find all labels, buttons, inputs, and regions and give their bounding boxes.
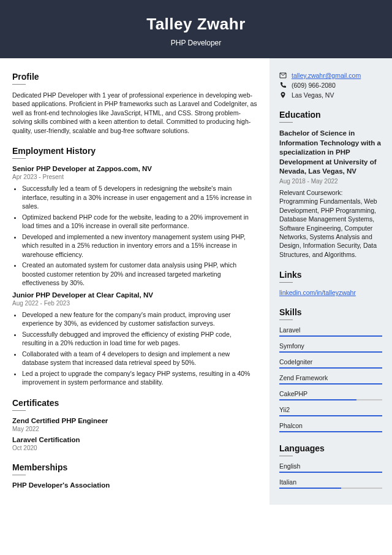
job-title: Junior PHP Developer at Clear Capital, N… xyxy=(12,291,257,299)
job-dates: Apr 2023 - Present xyxy=(12,174,257,180)
divider xyxy=(12,410,26,411)
profile-text: Dedicated PHP Developer with 1 year of p… xyxy=(12,91,257,135)
cert-date: May 2022 xyxy=(12,426,257,432)
skill-item: Phalcon xyxy=(279,422,382,432)
job-entry: Senior PHP Developer at Zappos.com, NVAp… xyxy=(12,165,257,287)
contact-phone-row: (609) 966-2080 xyxy=(279,82,382,89)
cert-entry: Laravel CertificationOct 2020 xyxy=(12,436,257,451)
phone-icon xyxy=(279,82,287,89)
skill-bar xyxy=(279,351,382,353)
skill-bar xyxy=(279,472,382,473)
skill-item: CakePHP xyxy=(279,390,382,400)
location-icon xyxy=(279,91,287,99)
skill-item: Symfony xyxy=(279,342,382,353)
job-bullet: Optimized backend PHP code for the websi… xyxy=(22,213,257,231)
skill-label: Yii2 xyxy=(279,406,382,413)
degree-title: Bachelor of Science in Information Techn… xyxy=(279,129,382,177)
job-bullet: Collaborated with a team of 4 developers… xyxy=(22,350,257,367)
skill-item: CodeIgniter xyxy=(279,358,382,369)
profile-section: Profile Dedicated PHP Developer with 1 y… xyxy=(12,72,257,135)
job-dates: Aug 2022 - Feb 2023 xyxy=(12,300,257,307)
memberships-heading: Memberships xyxy=(12,462,257,472)
job-entry: Junior PHP Developer at Clear Capital, N… xyxy=(12,291,257,387)
job-bullets: Developed a new feature for the company'… xyxy=(12,310,257,387)
envelope-icon xyxy=(279,72,287,79)
person-name: Talley Zwahr xyxy=(0,15,392,34)
membership-title: PHP Developer's Association xyxy=(12,481,257,489)
divider xyxy=(12,475,26,475)
education-text: Relevant Coursework: Programming Fundame… xyxy=(279,188,382,259)
education-dates: Aug 2018 - May 2022 xyxy=(279,178,382,185)
skill-item: Italian xyxy=(279,478,382,489)
skill-label: Laravel xyxy=(279,326,382,334)
contact-email-row: talley.zwahr@gmail.com xyxy=(279,72,382,79)
profile-link[interactable]: linkedin.com/in/talleyzwahr xyxy=(279,289,356,296)
skill-bar xyxy=(279,335,382,337)
email-link[interactable]: talley.zwahr@gmail.com xyxy=(292,72,361,79)
skill-bar xyxy=(279,399,382,400)
job-bullet: Created an automated system for customer… xyxy=(22,261,257,287)
job-bullet: Successfully led a team of 5 developers … xyxy=(22,184,257,210)
education-section: Education Bachelor of Science in Informa… xyxy=(279,110,382,259)
memberships-section: Memberships PHP Developer's Association xyxy=(12,462,257,489)
links-section: Links linkedin.com/in/talleyzwahr xyxy=(279,270,382,296)
divider xyxy=(279,320,293,320)
skill-bar xyxy=(279,431,382,432)
skills-heading: Skills xyxy=(279,307,382,317)
job-bullet: Developed and implemented a new inventor… xyxy=(22,232,257,259)
skill-item: English xyxy=(279,462,382,473)
divider xyxy=(12,84,26,85)
job-title: Senior PHP Developer at Zappos.com, NV xyxy=(12,165,257,172)
skill-label: Zend Framework xyxy=(279,374,382,381)
contact-location-row: Las Vegas, NV xyxy=(279,91,382,99)
languages-section: Languages EnglishItalian xyxy=(279,443,382,489)
skill-label: English xyxy=(279,462,382,470)
skill-label: Phalcon xyxy=(279,422,382,429)
skill-label: CakePHP xyxy=(279,390,382,397)
education-heading: Education xyxy=(279,110,382,120)
skill-bar xyxy=(279,383,382,385)
phone-text: (609) 966-2080 xyxy=(292,82,336,89)
person-title: PHP Developer xyxy=(0,39,392,47)
cert-entry: Zend Certified PHP EngineerMay 2022 xyxy=(12,417,257,432)
divider xyxy=(12,158,26,159)
skills-section: Skills LaravelSymfonyCodeIgniterZend Fra… xyxy=(279,307,382,432)
skill-item: Laravel xyxy=(279,326,382,337)
cert-title: Laravel Certification xyxy=(12,436,257,443)
divider xyxy=(279,122,293,123)
skill-bar xyxy=(279,415,382,416)
profile-heading: Profile xyxy=(12,72,257,82)
location-text: Las Vegas, NV xyxy=(292,91,334,99)
certificates-heading: Certificates xyxy=(12,398,257,408)
employment-section: Employment History Senior PHP Developer … xyxy=(12,146,257,386)
skill-label: Symfony xyxy=(279,342,382,350)
skill-bar xyxy=(279,488,382,489)
skill-item: Yii2 xyxy=(279,406,382,416)
cert-date: Oct 2020 xyxy=(12,445,257,451)
job-bullet: Led a project to upgrade the company's l… xyxy=(22,369,257,387)
membership-entry: PHP Developer's Association xyxy=(12,481,257,489)
languages-heading: Languages xyxy=(279,443,382,453)
skill-bar xyxy=(279,367,382,369)
employment-heading: Employment History xyxy=(12,146,257,156)
skill-label: Italian xyxy=(279,478,382,486)
skill-item: Zend Framework xyxy=(279,374,382,385)
resume-header: Talley Zwahr PHP Developer xyxy=(0,0,392,58)
job-bullet: Developed a new feature for the company'… xyxy=(22,310,257,328)
job-bullets: Successfully led a team of 5 developers … xyxy=(12,184,257,287)
contact-section: talley.zwahr@gmail.com (609) 966-2080 La… xyxy=(279,72,382,99)
divider xyxy=(279,456,293,456)
divider xyxy=(279,282,293,283)
links-heading: Links xyxy=(279,270,382,280)
job-bullet: Successfully debugged and improved the e… xyxy=(22,330,257,348)
certificates-section: Certificates Zend Certified PHP Engineer… xyxy=(12,398,257,451)
skill-label: CodeIgniter xyxy=(279,358,382,366)
cert-title: Zend Certified PHP Engineer xyxy=(12,417,257,424)
